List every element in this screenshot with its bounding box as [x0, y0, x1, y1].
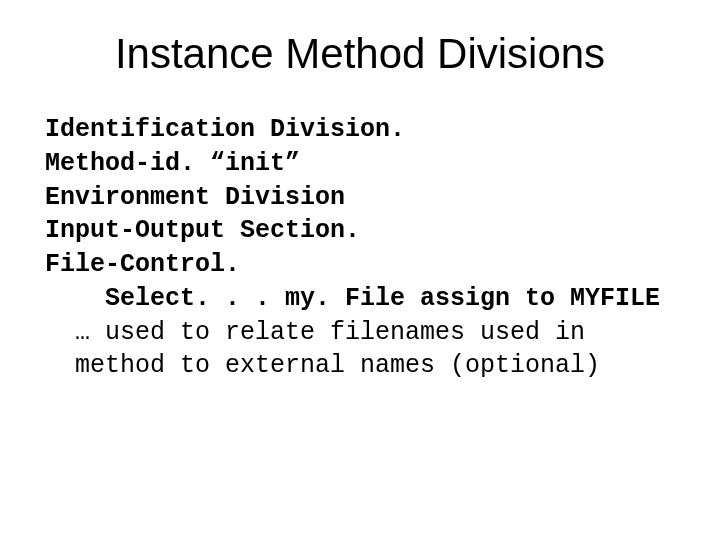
- note-line-2: method to external names (optional): [45, 349, 675, 383]
- code-line-environment: Environment Division: [45, 181, 675, 215]
- code-line-file-control: File-Control.: [45, 248, 675, 282]
- code-line-method-id: Method-id. “init”: [45, 147, 675, 181]
- code-line-identification: Identification Division.: [45, 113, 675, 147]
- note-line-1: … used to relate filenames used in: [45, 316, 675, 350]
- slide-title: Instance Method Divisions: [45, 30, 675, 78]
- code-line-input-output: Input-Output Section.: [45, 214, 675, 248]
- code-line-select: Select. . . my. File assign to MYFILE: [45, 282, 675, 316]
- code-block: Identification Division. Method-id. “ini…: [45, 113, 675, 316]
- note-block: … used to relate filenames used in metho…: [45, 316, 675, 384]
